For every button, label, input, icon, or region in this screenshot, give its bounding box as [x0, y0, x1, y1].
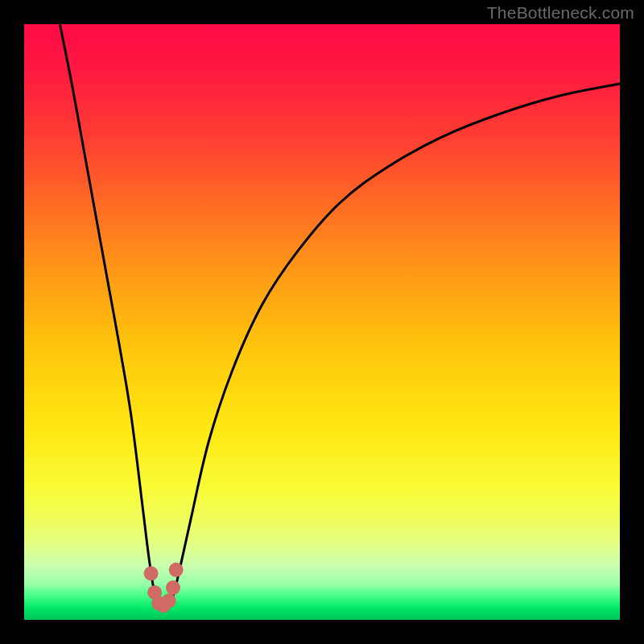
bottleneck-curve	[60, 24, 620, 609]
plot-svg	[24, 24, 620, 620]
min-marker-dot	[166, 580, 180, 595]
min-region-markers	[144, 563, 184, 613]
watermark-text: TheBottleneck.com	[487, 3, 634, 23]
min-marker-dot	[162, 593, 176, 608]
min-marker-dot	[169, 563, 184, 577]
plot-frame	[24, 24, 620, 620]
min-marker-dot	[144, 566, 159, 580]
